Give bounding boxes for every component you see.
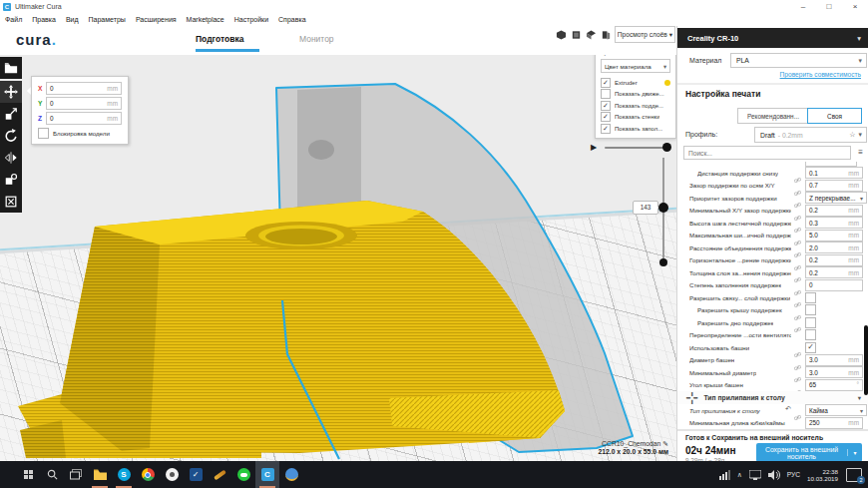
tool-mirror[interactable] [0,147,22,169]
taskbar-app-cloud[interactable] [231,461,255,488]
tool-move[interactable] [0,81,22,103]
menu-2[interactable]: Вид [61,16,84,23]
setting-input[interactable]: 0.1mm [805,167,863,179]
tool-rotate[interactable] [0,125,22,147]
view-front-icon[interactable] [571,29,582,41]
minimize-icon[interactable]: – [790,0,816,13]
setting-row: Диаметр башен3.0mm [677,354,868,367]
setting-input[interactable]: 3.0mm [805,354,863,366]
material-select[interactable]: PLA ▾ [730,53,867,68]
view-3d-icon[interactable] [556,29,567,41]
menu-7[interactable]: Справка [273,16,310,23]
taskbar-chrome[interactable] [136,461,160,488]
display-icon[interactable] [749,470,761,480]
taskbar-start[interactable] [16,461,40,488]
settings-category-header[interactable]: ⊹Тип прилипания к столу▾ [677,391,868,404]
setting-input[interactable]: 0.7mm [805,180,863,192]
setting-input[interactable]: 3.0mm [805,366,863,378]
setting-input[interactable]: 65° [805,379,863,391]
check-compatibility-link[interactable]: Проверить совместимость [780,71,861,78]
setting-checkbox[interactable] [805,292,816,303]
taskbar-app-globe[interactable] [279,461,303,488]
setting-select[interactable]: Кайма▾ [805,404,867,416]
setting-checkbox[interactable]: ✓ [805,342,816,353]
setting-input[interactable]: 0.2mm [805,266,863,278]
pencil-icon[interactable]: ✎ [662,440,668,447]
search-input[interactable] [683,146,851,160]
tab-prepare[interactable]: Подготовка [196,34,243,44]
menu-5[interactable]: Marketplace [182,16,229,23]
checkbox[interactable]: ✓ [601,124,611,134]
profile-select[interactable]: Draft - 0.2mm ☆ ▾ [754,127,867,143]
menu-0[interactable]: Файл [0,16,27,23]
clock[interactable]: 22:38 10.03.2019 [807,468,838,482]
checkbox[interactable]: ✓ [601,78,611,88]
taskbar-search[interactable] [40,461,64,488]
axis-input-z[interactable]: 0mm [46,112,122,125]
axis-input-x[interactable]: 0mm [46,82,122,95]
menu-3[interactable]: Параметры [84,16,131,23]
open-file-button[interactable] [0,57,22,79]
simulation-slider-handle[interactable] [662,143,671,152]
layer-slider-lower-handle[interactable] [659,258,667,266]
chevron-down-icon[interactable]: ▾ [847,449,862,456]
setting-input[interactable]: 250mm [805,417,863,429]
save-to-removable-button[interactable]: Сохранить на внешний носитель ▾ [756,443,862,462]
model-name[interactable]: CCR10_Chemodan ✎ [547,440,668,448]
setting-input[interactable]: 2.0mm [805,242,863,253]
star-icon[interactable]: ☆ [849,131,855,139]
hidden-icons-chevron[interactable]: ∧ [737,471,742,479]
setting-input[interactable]: 0.3mm [805,217,863,229]
tool-scale[interactable] [0,103,22,125]
lock-model-checkbox[interactable] [38,128,49,139]
checkbox[interactable] [601,89,611,99]
taskbar-cura[interactable]: C [255,461,279,488]
setting-checkbox[interactable] [805,317,816,328]
recommended-mode-button[interactable]: Рекомендованн... [737,108,808,124]
setting-input[interactable]: 0.2mm [805,254,863,266]
maximize-icon[interactable]: □ [816,0,842,13]
windows-taskbar: S✓C ∧ РУС 22:38 10.03.2019 2 [0,461,868,488]
play-icon[interactable]: ▶ [591,143,597,152]
setting-input[interactable]: 0 [805,279,863,291]
checkbox[interactable]: ✓ [601,101,611,111]
tab-monitor[interactable]: Монитор [299,34,334,44]
taskbar-task-view[interactable] [64,461,88,488]
scrollbar[interactable] [864,325,868,395]
simulation-slider-track[interactable] [605,147,666,149]
taskbar-skype[interactable]: S [112,461,136,488]
tool-per-model-settings[interactable] [0,169,22,191]
network-icon[interactable] [719,470,730,480]
keyboard-language[interactable]: РУС [787,471,800,478]
taskbar-app-brush[interactable] [208,461,231,488]
menu-6[interactable]: Настройки [229,16,273,23]
taskbar-explorer[interactable] [88,461,112,488]
view-mode-dropdown[interactable]: Просмотр слоёв▾ [615,26,675,43]
setting-input[interactable]: 5.0mm [805,230,863,242]
layer-slider-upper-handle[interactable] [658,203,668,213]
speaker-icon[interactable] [768,470,780,480]
setting-checkbox[interactable] [805,304,816,315]
setting-input[interactable]: 0.2mm [805,205,863,217]
notification-center-icon[interactable]: 2 [846,468,862,482]
machine-selector[interactable]: Creality CR-10 ▾ [677,28,868,48]
color-scheme-select[interactable]: Цвет материала ▾ [601,59,670,73]
checkbox[interactable]: ✓ [601,112,611,122]
setting-select[interactable]: Z перекрывае...▾ [805,192,867,204]
settings-panel: Creality CR-10 ▾ Материал PLA ▾ Проверит… [676,26,868,461]
chevron-down-icon[interactable]: ▾ [667,55,670,56]
taskbar-app-check[interactable]: ✓ [184,461,208,488]
custom-mode-button[interactable]: Своя [807,108,862,124]
revert-icon[interactable]: ↶ [785,405,791,413]
view-top-icon[interactable] [586,29,597,41]
setting-checkbox[interactable] [805,329,816,340]
menu-4[interactable]: Расширения [131,16,182,23]
axis-input-y[interactable]: 0mm [46,97,122,110]
close-icon[interactable]: × [842,0,868,13]
menu-1[interactable]: Правка [27,16,61,23]
setting-value: 0.2 [809,269,818,276]
filter-menu-icon[interactable]: ≡ [858,148,863,157]
taskbar-app-circle[interactable] [160,461,184,488]
view-left-icon[interactable] [601,29,612,41]
tool-support-blocker[interactable] [0,191,22,213]
